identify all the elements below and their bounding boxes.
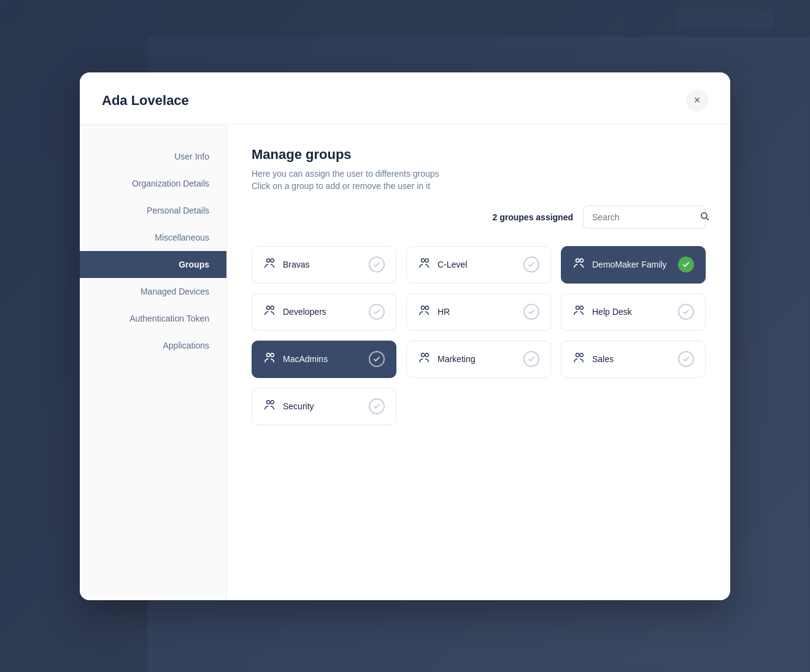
- group-icon: [418, 304, 431, 320]
- group-card-bravas[interactable]: Bravas: [252, 246, 396, 284]
- modal-content: Manage groups Here you can assign the us…: [227, 125, 730, 600]
- check-icon: [369, 304, 385, 320]
- nav-item-user-info[interactable]: User Info: [80, 143, 226, 170]
- modal-nav: User InfoOrganization DetailsPersonal De…: [80, 125, 227, 600]
- svg-point-0: [701, 212, 707, 218]
- group-card-macadmins[interactable]: MacAdmins: [252, 341, 396, 378]
- check-icon: [369, 257, 385, 272]
- svg-point-8: [267, 306, 271, 309]
- group-icon: [573, 257, 586, 273]
- svg-point-12: [576, 306, 580, 309]
- svg-point-17: [425, 353, 429, 357]
- group-card-marketing[interactable]: Marketing: [406, 341, 551, 378]
- group-card-left: Sales: [573, 351, 614, 368]
- group-card-left: Help Desk: [573, 304, 632, 320]
- group-card-left: DemoMaker Family: [573, 257, 666, 273]
- group-card-help-desk[interactable]: Help Desk: [561, 293, 706, 331]
- groups-count: 2 groupes assigned: [493, 212, 573, 222]
- check-icon: [523, 351, 539, 367]
- content-top-row: 2 groupes assigned: [252, 206, 706, 229]
- svg-point-6: [576, 258, 580, 262]
- svg-point-19: [580, 353, 584, 357]
- group-card-left: MacAdmins: [263, 351, 328, 368]
- group-card-left: Bravas: [263, 257, 310, 273]
- check-icon: [678, 257, 694, 272]
- check-icon: [523, 304, 539, 320]
- svg-point-9: [271, 306, 274, 309]
- nav-item-managed-devices[interactable]: Managed Devices: [80, 278, 226, 305]
- svg-line-1: [706, 218, 709, 220]
- group-card-left: Security: [263, 398, 314, 415]
- group-name: MacAdmins: [283, 354, 328, 364]
- group-card-demomaker-family[interactable]: DemoMaker Family: [561, 246, 706, 284]
- group-name: Developers: [283, 307, 326, 317]
- group-icon: [573, 304, 586, 320]
- content-title: Manage groups: [252, 147, 706, 163]
- content-desc1: Here you can assign the user to differen…: [252, 169, 706, 179]
- user-modal: Ada Lovelace × User InfoOrganization Det…: [80, 72, 730, 600]
- group-card-sales[interactable]: Sales: [561, 341, 706, 378]
- check-icon: [523, 257, 539, 272]
- group-icon: [418, 351, 431, 368]
- nav-item-miscellaneous[interactable]: Miscellaneous: [80, 224, 226, 251]
- group-card-left: Marketing: [418, 351, 475, 368]
- group-name: DemoMaker Family: [592, 260, 666, 269]
- groups-grid: Bravas C-Level DemoMaker Family Develope…: [252, 246, 706, 425]
- svg-point-3: [271, 258, 274, 262]
- nav-item-applications[interactable]: Applications: [80, 332, 226, 359]
- group-name: Sales: [592, 354, 614, 364]
- group-name: Marketing: [438, 354, 475, 364]
- group-card-left: HR: [418, 304, 450, 320]
- group-name: C-Level: [438, 260, 467, 269]
- search-box: [583, 206, 706, 229]
- group-card-c-level[interactable]: C-Level: [406, 246, 551, 284]
- svg-point-16: [422, 353, 425, 357]
- close-button[interactable]: ×: [686, 90, 708, 112]
- svg-point-21: [271, 400, 274, 404]
- modal-title: Ada Lovelace: [102, 93, 189, 109]
- check-icon: [369, 351, 385, 367]
- svg-point-18: [576, 353, 580, 357]
- svg-point-5: [425, 258, 429, 262]
- modal-header: Ada Lovelace ×: [80, 72, 730, 125]
- group-icon: [263, 257, 277, 273]
- group-icon: [263, 304, 277, 320]
- svg-point-13: [580, 306, 584, 309]
- search-input[interactable]: [592, 212, 700, 222]
- svg-point-10: [422, 306, 425, 309]
- svg-point-20: [267, 400, 271, 404]
- svg-point-4: [422, 258, 425, 262]
- content-desc2: Click on a group to add or remove the us…: [252, 181, 706, 191]
- svg-point-15: [271, 353, 274, 357]
- group-icon: [263, 351, 277, 368]
- svg-point-7: [580, 258, 584, 262]
- group-name: Bravas: [283, 260, 310, 269]
- check-icon: [369, 398, 385, 414]
- search-icon: [700, 211, 709, 223]
- group-card-left: Developers: [263, 304, 326, 320]
- group-name: Help Desk: [592, 307, 632, 317]
- nav-item-organization-details[interactable]: Organization Details: [80, 170, 226, 197]
- group-card-left: C-Level: [418, 257, 467, 273]
- modal-body: User InfoOrganization DetailsPersonal De…: [80, 125, 730, 600]
- nav-item-personal-details[interactable]: Personal Details: [80, 197, 226, 224]
- group-card-security[interactable]: Security: [252, 388, 396, 425]
- check-icon: [678, 304, 694, 320]
- group-name: Security: [283, 401, 314, 411]
- nav-item-groups[interactable]: Groups: [80, 251, 226, 278]
- group-icon: [573, 351, 586, 368]
- svg-point-14: [267, 353, 271, 357]
- group-card-developers[interactable]: Developers: [252, 293, 396, 331]
- group-name: HR: [438, 307, 450, 317]
- svg-point-2: [267, 258, 271, 262]
- group-icon: [263, 398, 277, 415]
- svg-point-11: [425, 306, 429, 309]
- nav-item-authentication-token[interactable]: Authentication Token: [80, 305, 226, 332]
- check-icon: [678, 351, 694, 367]
- group-card-hr[interactable]: HR: [406, 293, 551, 331]
- group-icon: [418, 257, 431, 273]
